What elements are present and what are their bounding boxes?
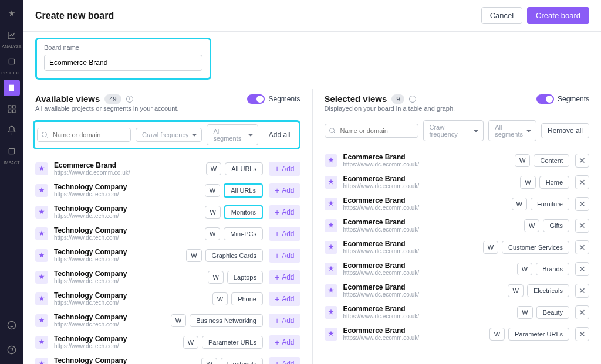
remove-button[interactable]: ✕ xyxy=(575,327,589,341)
segment-chip: Home xyxy=(539,176,569,189)
remove-button[interactable]: ✕ xyxy=(575,240,589,254)
sidebar-analyze[interactable] xyxy=(4,27,20,43)
remove-button[interactable]: ✕ xyxy=(575,154,589,168)
available-item: Technology Company https://www.dc.tech.c… xyxy=(35,353,300,364)
project-url: https://www.dc.tech.com/ xyxy=(54,343,177,349)
add-button[interactable]: Add xyxy=(269,183,300,198)
project-name: Ecommerce Brand xyxy=(343,175,515,183)
remove-button[interactable]: ✕ xyxy=(575,305,589,319)
selected-search-input[interactable] xyxy=(325,124,418,138)
project-name: Ecommerce Brand xyxy=(343,326,484,335)
available-title: Available views xyxy=(35,94,100,104)
selected-filter-row: Crawl frequency All segments Remove all xyxy=(325,120,590,141)
info-icon[interactable]: i xyxy=(126,96,133,103)
source-chip: W xyxy=(205,184,220,197)
project-name: Ecommerce Brand xyxy=(343,153,509,161)
remove-button[interactable]: ✕ xyxy=(575,197,589,211)
project-url: https://www.dc.ecomm.co.uk/ xyxy=(343,313,512,319)
project-url: https://www.dc.ecomm.co.uk/ xyxy=(343,183,515,189)
segments-dropdown[interactable]: All segments xyxy=(207,124,258,145)
add-button[interactable]: Add xyxy=(269,314,300,328)
add-button[interactable]: Add xyxy=(269,249,300,263)
available-search-input[interactable] xyxy=(37,128,131,142)
segments-toggle-available[interactable] xyxy=(247,94,265,104)
remove-button[interactable]: ✕ xyxy=(575,262,589,276)
segment-chip: Phone xyxy=(231,292,263,305)
selected-item: Ecommerce Brand https://www.dc.ecomm.co.… xyxy=(325,236,590,258)
sidebar-impact[interactable] xyxy=(4,143,20,159)
search-icon xyxy=(41,131,48,138)
create-board-button[interactable]: Create board xyxy=(527,7,589,24)
project-name: Ecommerce Brand xyxy=(343,261,511,270)
add-all-button[interactable]: Add all xyxy=(263,128,296,142)
bell-icon xyxy=(7,125,16,135)
monitor-icon xyxy=(7,83,16,93)
segment-chip: Parameter URLs xyxy=(508,328,569,341)
sidebar-logo[interactable] xyxy=(4,6,20,22)
segments-dropdown[interactable]: All segments xyxy=(488,120,536,141)
board-name-field-wrap: Board name xyxy=(35,38,211,80)
crawl-frequency-dropdown[interactable]: Crawl frequency xyxy=(136,128,202,142)
available-item: Technology Company https://www.dc.tech.c… xyxy=(35,179,300,201)
project-name: Technology Company xyxy=(54,270,202,278)
remove-all-button[interactable]: Remove all xyxy=(541,123,589,138)
segment-chip: Content xyxy=(534,154,569,167)
segments-toggle-selected[interactable] xyxy=(536,94,554,104)
source-chip: W xyxy=(517,263,532,275)
selected-item: Ecommerce Brand https://www.dc.ecomm.co.… xyxy=(325,323,590,345)
sidebar-help[interactable] xyxy=(4,342,20,358)
project-icon xyxy=(35,336,48,349)
add-button[interactable]: Add xyxy=(269,357,300,365)
project-icon xyxy=(325,241,337,254)
remove-button[interactable]: ✕ xyxy=(575,219,589,233)
info-icon[interactable]: i xyxy=(409,96,416,103)
protect-icon xyxy=(7,57,16,66)
svg-rect-2 xyxy=(12,106,15,108)
remove-button[interactable]: ✕ xyxy=(575,175,589,189)
cancel-button[interactable]: Cancel xyxy=(481,7,522,24)
sidebar-analyze-label: ANALYZE xyxy=(2,45,21,49)
source-chip: W xyxy=(515,154,530,167)
add-button[interactable]: Add xyxy=(269,292,300,306)
project-name: Technology Company xyxy=(54,205,199,213)
sidebar-grid[interactable] xyxy=(4,101,20,117)
board-name-input[interactable] xyxy=(44,55,202,71)
source-chip: W xyxy=(171,314,186,327)
add-button[interactable]: Add xyxy=(269,270,300,284)
project-icon xyxy=(35,184,48,197)
available-item: Technology Company https://www.dc.tech.c… xyxy=(35,201,300,223)
project-icon xyxy=(325,176,337,189)
project-url: https://www.dc.tech.com/ xyxy=(54,300,207,306)
project-icon xyxy=(35,162,48,175)
source-chip: W xyxy=(517,306,532,319)
project-name: Ecommerce Brand xyxy=(343,196,506,205)
project-name: Technology Company xyxy=(54,248,180,256)
project-icon xyxy=(325,219,337,232)
available-item: Technology Company https://www.dc.tech.c… xyxy=(35,331,300,353)
sidebar-smile[interactable] xyxy=(4,317,20,334)
sidebar-protect[interactable] xyxy=(4,53,20,70)
source-chip: W xyxy=(201,358,217,365)
available-subtitle: All available projects or segments in yo… xyxy=(35,105,300,112)
add-button[interactable]: Add xyxy=(269,162,300,176)
source-chip: W xyxy=(186,249,201,262)
add-button[interactable]: Add xyxy=(269,335,300,349)
add-button[interactable]: Add xyxy=(269,205,300,219)
add-button[interactable]: Add xyxy=(269,227,300,241)
available-count: 49 xyxy=(104,94,121,104)
source-chip: W xyxy=(206,162,221,175)
remove-button[interactable]: ✕ xyxy=(575,284,589,298)
segment-chip: Mini-PCs xyxy=(224,227,263,240)
sidebar-monitor[interactable] xyxy=(4,80,20,96)
sidebar-protect-label: PROTECT xyxy=(1,71,22,75)
svg-rect-1 xyxy=(8,106,11,108)
crawl-frequency-dropdown[interactable]: Crawl frequency xyxy=(423,120,484,141)
source-chip: W xyxy=(512,198,527,210)
source-chip: W xyxy=(212,292,228,305)
source-chip: W xyxy=(205,227,220,240)
segment-chip: Parameter URLs xyxy=(202,336,263,349)
sidebar-notifications[interactable] xyxy=(4,122,20,138)
board-name-label: Board name xyxy=(44,44,202,51)
selected-item: Ecommerce Brand https://www.dc.ecomm.co.… xyxy=(325,301,590,323)
project-url: https://www.dc.tech.com/ xyxy=(54,234,199,241)
